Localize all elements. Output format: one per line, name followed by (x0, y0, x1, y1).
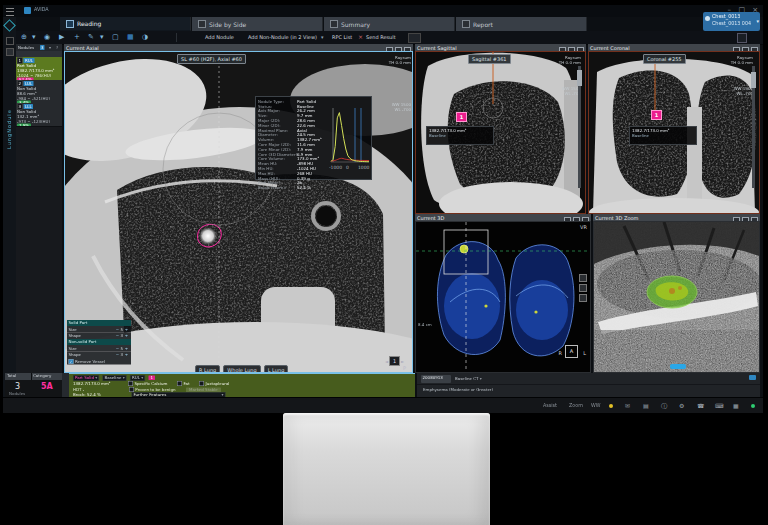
zoom3d-viewport[interactable] (593, 221, 760, 373)
phone-icon[interactable]: ☎ (697, 402, 704, 409)
grid-icon[interactable]: ▦ (733, 402, 739, 409)
tab-reading[interactable]: Reading (60, 17, 191, 31)
pen-tool-icon[interactable]: ✎ (88, 33, 94, 41)
calcium-checkbox-row[interactable]: Specific Calcium (128, 382, 167, 387)
patient-selector[interactable]: Chest_0013 Chest_0013 004 ▾ (703, 12, 760, 31)
benign-checkbox-row[interactable]: Proven to be benign (129, 387, 176, 392)
lung-nodule-vertical-tab[interactable]: LungNodule (6, 65, 12, 149)
shape-plus-button[interactable]: + (125, 333, 128, 338)
study-name-tab[interactable]: Baseline CT ▾ (455, 376, 482, 381)
r-lung-button[interactable]: R Lung (195, 365, 220, 373)
tab-side-by-side-label: Side by Side (209, 21, 246, 28)
status-item-ww[interactable]: WW (591, 403, 600, 409)
vr-reset-button[interactable] (579, 294, 587, 302)
lung-3d-rendering[interactable] (416, 222, 590, 372)
pan-tool-icon[interactable]: ⊕ (21, 33, 27, 41)
patient-icon (705, 16, 710, 21)
marked-stable-button[interactable]: Marked Stable (186, 387, 221, 392)
side-by-side-tab-icon (198, 20, 206, 28)
add-non-nodule-caret-icon[interactable]: ▾ (321, 34, 324, 40)
monitor-photo: AVIDA – □ × LungNodule Reading Side by S… (0, 0, 768, 525)
add-non-nodule-button[interactable]: Add Non-Nodule (in 2 View) (248, 34, 317, 40)
size-minus-button[interactable]: − (116, 346, 119, 351)
rail-tool-icon[interactable] (6, 48, 14, 56)
zoom-tool-icon[interactable]: ◉ (44, 33, 50, 41)
document-icon[interactable]: ▤ (643, 402, 649, 409)
study-date-tab[interactable]: 20080913 (421, 375, 451, 383)
tab-report[interactable]: Report (456, 17, 587, 31)
add-tool-icon[interactable]: + (74, 33, 80, 41)
status-item-zoom[interactable]: Zoom (569, 403, 583, 409)
monitor-stand (283, 413, 490, 525)
nodule-list-item-3[interactable]: 3LLL Non Solid 132.1 mm³ -973 ~ -123(HU)… (16, 103, 62, 127)
tab-summary[interactable]: Summary (324, 17, 455, 31)
sagittal-nodule-marker[interactable]: 1 (456, 112, 467, 122)
rail-tool-icon[interactable] (6, 37, 14, 45)
calcium-checkbox (128, 381, 133, 386)
axial-viewport[interactable]: SL #60 (H2F), Axial #60 RaysumTH 0.0 mm … (64, 51, 413, 373)
size-plus-button[interactable]: + (125, 327, 128, 332)
juxtapleural-checkbox-row[interactable]: Juxtapleural (199, 382, 229, 387)
size-plus-button[interactable]: + (125, 346, 128, 351)
sagittal-nodule-tooltip: 1382.7/173.0 mm³Baseline (426, 126, 494, 145)
tab-report-label: Report (473, 21, 493, 28)
nodule-list-item-2[interactable]: 2LUL Non Solid 88.6 mm³ -984 ~ -521(HU) … (16, 80, 62, 104)
orientation-left-label: R (559, 350, 562, 356)
vr-viewport[interactable]: VR 8.4 cm R A L (415, 221, 591, 373)
zoom3d-slider[interactable] (670, 364, 686, 369)
layout-tool-icon[interactable]: ▦ (127, 33, 134, 41)
nodule-3d-zoom-rendering[interactable] (594, 222, 759, 372)
remove-vessel-row[interactable]: ✓Remove Vessel (67, 358, 131, 365)
contrast-tool-icon[interactable]: ◑ (142, 33, 148, 41)
coronal-slider-thumb[interactable] (751, 72, 756, 88)
keyboard-icon[interactable]: ⌨ (715, 402, 724, 409)
nodule-location-tag: RUL (24, 58, 35, 63)
pointer-tool-icon[interactable]: ▶ (59, 33, 64, 41)
sagittal-slider-thumb[interactable] (577, 70, 582, 86)
menu-icon[interactable] (6, 8, 14, 16)
orientation-cube[interactable]: A (565, 345, 578, 358)
tab-side-by-side[interactable]: Side by Side (192, 17, 323, 31)
caret-icon: ▾ (141, 376, 143, 381)
vr-scale-label: 8.4 cm (418, 322, 432, 327)
coronal-viewport[interactable]: Coronal #255 RaysumTH 0.0 mm WW 1500WL -… (588, 51, 760, 214)
edit-volume-value: 1382.7/173.0 mm³ (73, 382, 110, 387)
coronal-nodule-marker[interactable]: 1 (651, 110, 662, 120)
panel-corner-icon[interactable] (749, 375, 756, 380)
pager-next-icon[interactable]: ► (401, 359, 404, 364)
rpc-list-button[interactable]: RPC List (332, 34, 352, 40)
info-icon[interactable]: ⓘ (661, 402, 667, 411)
app-title: AVIDA (34, 7, 49, 13)
sagittal-viewport[interactable]: Sagittal #361 RaysumTH 0.0 mm WW 1500WL … (415, 51, 586, 214)
pan-caret-icon[interactable]: ▾ (32, 33, 36, 41)
filter-caret-icon[interactable]: ▾ (49, 45, 51, 50)
help-icon[interactable]: ? (56, 45, 58, 50)
shape-minus-button[interactable]: − (116, 352, 119, 357)
lung-region-buttons: R Lung Whole Lung L Lung (195, 365, 288, 373)
fat-checkbox (177, 381, 182, 386)
l-lung-button[interactable]: L Lung (264, 365, 289, 373)
size-minus-button[interactable]: − (116, 327, 119, 332)
mail-icon[interactable]: ✉ (625, 402, 630, 409)
eraser-tool-icon[interactable]: ▢ (112, 33, 119, 41)
clear-button[interactable]: × (358, 33, 363, 40)
whole-lung-button[interactable]: Whole Lung (223, 365, 260, 373)
coronal-slice-label: Coronal #255 (643, 54, 686, 64)
finding-text: Emphysema (Moderate or Greater) (423, 387, 493, 392)
settings-gear-icon[interactable]: ⚙ (679, 402, 684, 409)
nodule-list-item-1[interactable]: 1RUL Part Solid 1382.7/173.0 mm³ -1024 ~… (16, 57, 62, 81)
fat-checkbox-row[interactable]: Fat (177, 382, 189, 387)
online-status-dot (751, 404, 755, 408)
status-item-assist[interactable]: Assist (543, 403, 557, 409)
add-nodule-button[interactable]: Add Nodule (205, 34, 234, 40)
vr-pan-button[interactable] (579, 284, 587, 292)
shape-plus-button[interactable]: + (125, 352, 128, 357)
pager-prev-icon[interactable]: ◄ (385, 359, 388, 364)
pen-caret-icon[interactable]: ▾ (100, 33, 104, 41)
orientation-right-label: L (583, 350, 586, 356)
vr-rotate-button[interactable] (579, 274, 587, 282)
remove-vessel-checkbox[interactable]: ✓ (69, 359, 74, 364)
sagittal-slice-label: Sagittal #361 (468, 54, 511, 64)
app-logo-icon (24, 7, 31, 14)
shape-minus-button[interactable]: − (116, 333, 119, 338)
